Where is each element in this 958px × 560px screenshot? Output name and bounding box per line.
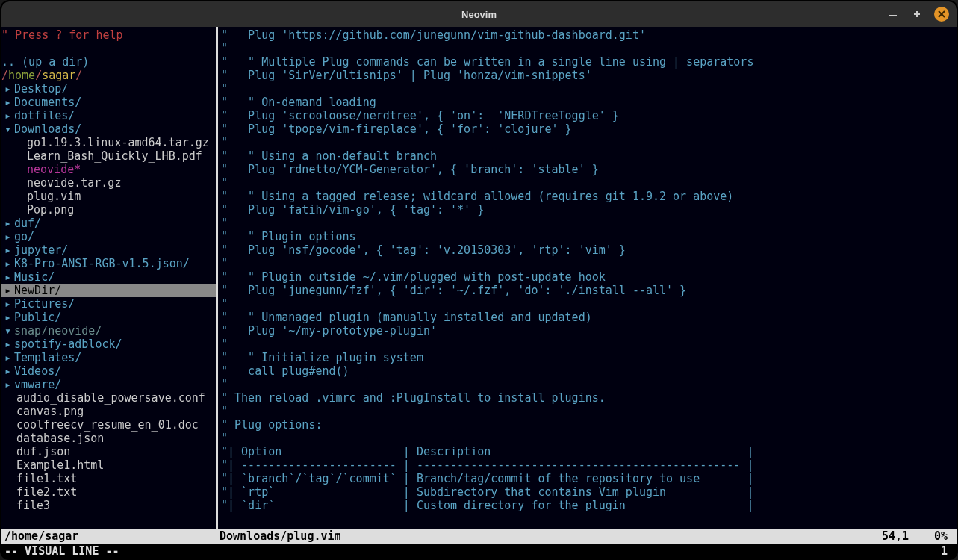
tree-dir[interactable]: ▸Documents/ (1, 96, 216, 109)
close-button[interactable] (934, 7, 949, 22)
file-label: Example1.html (1, 458, 104, 472)
editor-line[interactable]: " " Plugin options (221, 230, 957, 243)
editor-line[interactable]: "| `branch`/`tag`/`commit` | Branch/tag/… (221, 472, 957, 485)
tree-file[interactable]: coolfreecv_resume_en_01.doc (1, 418, 216, 432)
editor-line[interactable]: " Plug 'nsf/gocode', { 'tag': 'v.2015030… (221, 243, 957, 257)
window-frame: Neovim " Press ? for help .. (up a dir) … (0, 0, 958, 560)
tree-dir[interactable]: ▸Music/ (1, 270, 216, 284)
editor-line[interactable]: "| `dir` | Custom directory for the plug… (221, 499, 957, 512)
editor-line[interactable]: " (221, 378, 957, 391)
editor-line[interactable]: " " Using a non-default branch (221, 149, 957, 163)
editor-line[interactable]: "| Option | Description | (221, 445, 957, 458)
editor-line[interactable]: " (221, 432, 957, 445)
tree-dir[interactable]: ▾Downloads/ (1, 122, 216, 136)
tree-dir[interactable]: ▸NewDir/ (1, 284, 216, 297)
minimize-button[interactable] (886, 7, 900, 21)
tree-file[interactable]: Learn_Bash_Quickly_LHB.pdf (1, 149, 216, 163)
tree-file[interactable]: neovide.tar.gz (1, 176, 216, 190)
tree-file[interactable]: file3 (1, 499, 216, 512)
tree-dir[interactable]: ▸vmware/ (1, 378, 216, 391)
tree-file[interactable]: file1.txt (1, 472, 216, 485)
file-label: neovide.tar.gz (1, 176, 121, 190)
path-sep: / (35, 69, 42, 82)
tree-file[interactable]: file2.txt (1, 485, 216, 499)
help-hint: " Press ? for help (1, 28, 216, 42)
chevron-right-icon: ▸ (1, 378, 14, 391)
tree-dir[interactable]: ▸Desktop/ (1, 82, 216, 96)
editor-line[interactable]: " (221, 405, 957, 418)
chevron-down-icon: ▾ (1, 122, 14, 136)
editor-line[interactable]: " call plug#end() (221, 364, 957, 378)
chevron-right-icon: ▸ (1, 270, 14, 284)
editor-line[interactable]: " (221, 42, 957, 55)
tree-dir[interactable]: ▸Videos/ (1, 364, 216, 378)
chevron-right-icon: ▸ (1, 257, 14, 270)
editor-line[interactable]: " " Unmanaged plugin (manually installed… (221, 311, 957, 324)
editor-line[interactable]: " Plug 'rdnetto/YCM-Generator', { 'branc… (221, 163, 957, 176)
tree-dir[interactable]: ▸go/ (1, 230, 216, 243)
tree-file[interactable]: duf.json (1, 445, 216, 458)
file-label: plug.vim (1, 190, 81, 203)
editor-line[interactable]: " Plug 'tpope/vim-fireplace', { 'for': '… (221, 122, 957, 136)
editor-pane[interactable]: " Plug 'https://github.com/junegunn/vim-… (218, 27, 957, 529)
tree-dir[interactable]: ▸spotify-adblock/ (1, 337, 216, 351)
editor-line[interactable]: " Plug 'scrooloose/nerdtree', { 'on': 'N… (221, 109, 957, 122)
dir-label: vmware/ (14, 378, 61, 391)
dir-label: Desktop/ (14, 82, 68, 96)
editor-line[interactable]: " " Using a tagged release; wildcard all… (221, 190, 957, 203)
tree-file[interactable]: database.json (1, 432, 216, 445)
file-label: go1.19.3.linux-amd64.tar.gz (1, 136, 209, 149)
dir-label: Templates/ (14, 351, 81, 364)
tree-dir[interactable]: ▸K8-Pro-ANSI-RGB-v1.5.json/ (1, 257, 216, 270)
file-label: file2.txt (1, 485, 77, 499)
editor-line[interactable]: " (221, 176, 957, 190)
tree-dir[interactable]: ▸Public/ (1, 311, 216, 324)
editor-line[interactable]: " " Multiple Plug commands can be writte… (221, 55, 957, 69)
editor-line[interactable]: " Plug 'junegunn/fzf', { 'dir': '~/.fzf'… (221, 284, 957, 297)
maximize-button[interactable] (910, 7, 924, 21)
chevron-right-icon: ▸ (1, 109, 14, 122)
editor-line[interactable]: "| `rtp` | Subdirectory that contains Vi… (221, 485, 957, 499)
editor-line[interactable]: "| ----------------------- | -----------… (221, 458, 957, 472)
dir-label: duf/ (14, 217, 41, 230)
tree-dir[interactable]: ▸dotfiles/ (1, 109, 216, 122)
editor-line[interactable]: " (221, 217, 957, 230)
editor-line[interactable]: " (221, 337, 957, 351)
tree-file[interactable]: Example1.html (1, 458, 216, 472)
tree-file[interactable]: audio_disable_powersave.conf (1, 391, 216, 405)
tree-file[interactable]: Pop.png (1, 203, 216, 217)
editor-line[interactable]: " Plug 'https://github.com/junegunn/vim-… (221, 28, 957, 42)
file-label: file3 (1, 499, 50, 512)
tree-file[interactable]: canvas.png (1, 405, 216, 418)
titlebar[interactable]: Neovim (1, 1, 957, 27)
editor-line[interactable]: " Plug 'fatih/vim-go', { 'tag': '*' } (221, 203, 957, 217)
tree-dir[interactable]: ▸duf/ (1, 217, 216, 230)
tree-dir[interactable]: ▸Templates/ (1, 351, 216, 364)
editor-line[interactable]: " " Plugin outside ~/.vim/plugged with p… (221, 270, 957, 284)
file-label: duf.json (1, 445, 70, 458)
up-dir-link[interactable]: .. (up a dir) (1, 55, 216, 69)
file-tree-sidebar[interactable]: " Press ? for help .. (up a dir) /home/s… (1, 27, 218, 529)
editor-line[interactable]: " " Initialize plugin system (221, 351, 957, 364)
tree-file[interactable]: neovide* (1, 163, 216, 176)
editor-line[interactable]: " (221, 136, 957, 149)
dir-label: dotfiles/ (14, 109, 75, 122)
editor-line[interactable]: " Plug 'SirVer/ultisnips' | Plug 'honza/… (221, 69, 957, 82)
window-title: Neovim (461, 9, 497, 20)
tree-dir[interactable]: ▾snap/neovide/ (1, 324, 216, 337)
editor-line[interactable]: " Plug options: (221, 418, 957, 432)
editor-line[interactable]: " " On-demand loading (221, 96, 957, 109)
editor-line[interactable]: " (221, 297, 957, 311)
tree-dir[interactable]: ▸jupyter/ (1, 243, 216, 257)
dir-label: spotify-adblock/ (14, 337, 122, 351)
chevron-right-icon: ▸ (1, 82, 14, 96)
tree-file[interactable]: plug.vim (1, 190, 216, 203)
path-breadcrumb: /home/sagar/ (1, 69, 216, 82)
tree-file[interactable]: go1.19.3.linux-amd64.tar.gz (1, 136, 216, 149)
editor-line[interactable]: " Then reload .vimrc and :PlugInstall to… (221, 391, 957, 405)
editor-line[interactable]: " (221, 257, 957, 270)
editor-line[interactable]: " Plug '~/my-prototype-plugin' (221, 324, 957, 337)
tree-dir[interactable]: ▸Pictures/ (1, 297, 216, 311)
dir-label: Videos/ (14, 364, 61, 378)
editor-line[interactable]: " (221, 82, 957, 96)
